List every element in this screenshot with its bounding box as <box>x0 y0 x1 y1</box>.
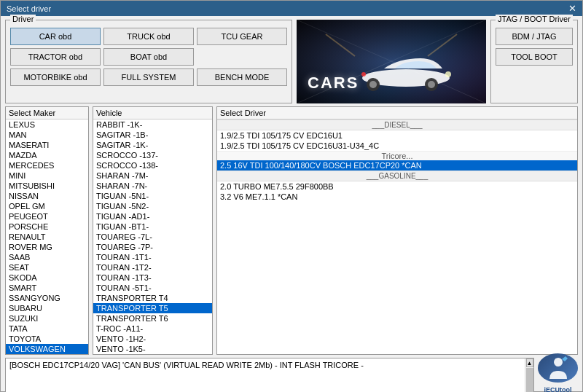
vehicle-list-item[interactable]: VENTO -1K5- <box>93 344 212 354</box>
maker-list-item[interactable]: MERCEDES <box>6 160 88 170</box>
maker-list-item[interactable]: MASERATI <box>6 140 88 150</box>
driver-select-item[interactable]: 3.2 V6 ME7.1.1 *CAN <box>217 192 577 202</box>
maker-list-item[interactable]: PEUGEOT <box>6 211 88 222</box>
vehicle-list-item[interactable]: SAGITAR -1B- <box>93 130 212 140</box>
logo-icon <box>544 353 573 383</box>
svg-point-13 <box>554 358 563 366</box>
driver-select-item[interactable]: 2.5 16V TDI 100/140/180CV BOSCH EDC17CP2… <box>217 160 577 170</box>
vehicle-list-item[interactable]: TOURAN -1T1- <box>93 252 212 262</box>
vehicle-list-item[interactable]: TOURAN -1T3- <box>93 273 212 283</box>
svg-point-12 <box>361 72 366 77</box>
driver-select-list[interactable]: ___DIESEL___1.9/2.5 TDI 105/175 CV EDC16… <box>217 119 577 354</box>
bottom-section: [BOSCH EDC17CP14/20 VAG] 'CAN BUS' (VIRT… <box>5 358 578 392</box>
maker-list-item[interactable]: OPEL GM <box>6 201 88 211</box>
bdm-jtag-button[interactable]: BDM / JTAG <box>496 28 573 45</box>
vehicle-list-item[interactable]: RABBIT -1K- <box>93 119 212 130</box>
jtag-group: JTAG / BOOT Driver BDM / JTAG TOOL BOOT <box>490 20 578 103</box>
bottom-right-area: iECUtool OK <box>538 358 578 392</box>
title-bar: Select driver ✕ <box>1 1 582 16</box>
tcu-gear-button[interactable]: TCU GEAR <box>197 28 287 45</box>
vehicle-list-item[interactable]: T-ROC -A11- <box>93 324 212 334</box>
car-obd-button[interactable]: CAR obd <box>10 28 101 45</box>
maker-list-item[interactable]: SSANGYONG <box>6 293 88 303</box>
select-driver-panel: Select Driver ___DIESEL___1.9/2.5 TDI 10… <box>216 106 578 355</box>
middle-section: Select Maker LEXUSMANMASERATIMAZDAMERCED… <box>5 106 578 355</box>
vehicle-list-item[interactable]: SCROCCO -137- <box>93 150 212 160</box>
svg-line-5 <box>428 34 457 56</box>
top-section: Driver CAR obd TRUCK obd TCU GEAR TRACTO… <box>5 20 578 103</box>
vehicle-list-item[interactable]: TRANSPORTER T5 <box>93 303 212 313</box>
maker-list-item[interactable]: SKODA <box>6 273 88 283</box>
vehicle-list-item[interactable]: TIGUAN -5N2- <box>93 201 212 211</box>
bench-mode-button[interactable]: BENCH MODE <box>197 68 287 86</box>
vehicle-list-item[interactable]: TOUAREG -7L- <box>93 232 212 242</box>
driver-select-item[interactable]: 1.9/2.5 TDI 105/175 CV EDC16U1 <box>217 130 577 141</box>
car-image: CARS <box>297 20 486 103</box>
info-scrollbar[interactable]: ▲ ▼ <box>525 358 533 392</box>
maker-list-item[interactable]: RENAULT <box>6 232 88 242</box>
boat-obd-button[interactable]: BOAT obd <box>103 48 194 66</box>
maker-list-item[interactable]: MITSUBISHI <box>6 181 88 191</box>
driver-buttons-grid: CAR obd TRUCK obd TCU GEAR TRACTOR obd B… <box>10 28 287 86</box>
vehicle-list[interactable]: RABBIT -1K-SAGITAR -1B-SAGITAR -1K-SCROC… <box>93 119 212 354</box>
scroll-thumb[interactable] <box>526 368 533 392</box>
svg-point-11 <box>445 71 451 77</box>
maker-list-item[interactable]: TATA <box>6 324 88 334</box>
window: Select driver ✕ Driver CAR obd TRUCK obd… <box>0 0 583 392</box>
svg-point-8 <box>369 81 377 88</box>
tractor-obd-button[interactable]: TRACTOR obd <box>10 48 101 66</box>
maker-list-item[interactable]: MAZDA <box>6 150 88 160</box>
maker-list-item[interactable]: VOLKSWAGEN <box>6 344 88 354</box>
maker-list[interactable]: LEXUSMANMASERATIMAZDAMERCEDESMINIMITSUBI… <box>6 119 88 354</box>
maker-list-item[interactable]: SMART <box>6 283 88 293</box>
driver-select-item[interactable]: 2.0 TURBO ME7.5.5 29F800BB <box>217 181 577 192</box>
vehicle-list-item[interactable]: TIGUAN -BT1- <box>93 222 212 232</box>
truck-obd-button[interactable]: TRUCK obd <box>103 28 194 45</box>
maker-panel: Select Maker LEXUSMANMASERATIMAZDAMERCED… <box>5 106 89 355</box>
driver-section-header: ___DIESEL___ <box>217 119 577 130</box>
maker-list-item[interactable]: LEXUS <box>6 119 88 130</box>
svg-line-2 <box>297 20 391 61</box>
maker-list-item[interactable]: MINI <box>6 170 88 181</box>
jtag-group-label: JTAG / BOOT Driver <box>496 15 573 23</box>
driver-select-item[interactable]: 1.9/2.5 TDI 105/175 CV EDC16U31-U34_4C <box>217 141 577 151</box>
maker-list-item[interactable]: ROVER MG <box>6 242 88 252</box>
driver-section-header: ___GASOLINE___ <box>217 170 577 181</box>
logo <box>538 353 578 383</box>
maker-list-item[interactable]: TOYOTA <box>6 334 88 344</box>
tool-boot-button[interactable]: TOOL BOOT <box>496 48 573 66</box>
vehicle-list-item[interactable]: VENTO -1H2- <box>93 334 212 344</box>
maker-list-item[interactable]: SEAT <box>6 262 88 273</box>
vehicle-list-item[interactable]: TIGUAN -5N1- <box>93 191 212 201</box>
scroll-up-arrow[interactable]: ▲ <box>526 358 533 367</box>
driver-group: Driver CAR obd TRUCK obd TCU GEAR TRACTO… <box>5 20 292 103</box>
vehicle-list-item[interactable]: TIGUAN -AD1- <box>93 211 212 222</box>
vehicle-list-item[interactable]: SHARAN -7M- <box>93 170 212 181</box>
vehicle-list-item[interactable]: SHARAN -7N- <box>93 181 212 191</box>
motorbike-obd-button[interactable]: MOTORBIKE obd <box>10 68 101 86</box>
driver-select-item: Tricore... <box>217 151 577 160</box>
maker-list-item[interactable]: NISSAN <box>6 191 88 201</box>
maker-list-item[interactable]: PORSCHE <box>6 222 88 232</box>
vehicle-list-item[interactable]: TOURAN -5T1- <box>93 283 212 293</box>
maker-list-item[interactable]: SAAB <box>6 252 88 262</box>
vehicle-list-item[interactable]: SCROCCO -138- <box>93 160 212 170</box>
svg-point-10 <box>428 81 435 88</box>
logo-text: iECUtool <box>544 386 572 393</box>
vehicle-list-item[interactable]: SAGITAR -1K- <box>93 140 212 150</box>
vehicle-list-item[interactable]: TOUAREG -7P- <box>93 242 212 252</box>
vehicle-list-item[interactable]: TOURAN -1T2- <box>93 262 212 273</box>
info-box: [BOSCH EDC17CP14/20 VAG] 'CAN BUS' (VIRT… <box>5 358 534 392</box>
vehicle-panel: Vehicle RABBIT -1K-SAGITAR -1B-SAGITAR -… <box>93 106 213 355</box>
car-image-label: CARS <box>308 74 359 93</box>
full-system-button[interactable]: FULL SYSTEM <box>103 68 194 86</box>
vehicle-list-item[interactable]: TRANSPORTER T4 <box>93 293 212 303</box>
vehicle-list-item[interactable]: TRANSPORTER T6 <box>93 313 212 324</box>
svg-line-3 <box>391 20 486 61</box>
main-content: Driver CAR obd TRUCK obd TCU GEAR TRACTO… <box>1 16 582 392</box>
maker-list-item[interactable]: SUZUKI <box>6 313 88 324</box>
maker-list-item[interactable]: SUBARU <box>6 303 88 313</box>
info-text: [BOSCH EDC17CP14/20 VAG] 'CAN BUS' (VIRT… <box>9 361 530 369</box>
maker-list-item[interactable]: MAN <box>6 130 88 140</box>
close-button[interactable]: ✕ <box>568 4 576 13</box>
